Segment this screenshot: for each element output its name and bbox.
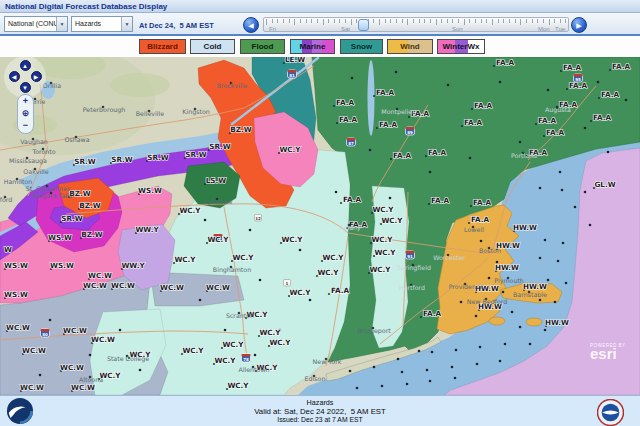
- slider-tick: [458, 19, 459, 23]
- hazard-label: WC.W: [111, 281, 135, 290]
- slider-tick: [475, 19, 476, 23]
- legend-button-wind[interactable]: Wind: [387, 39, 433, 54]
- map-dot: [39, 374, 42, 377]
- map-dot: [488, 277, 491, 280]
- city-label: Kingston: [182, 108, 209, 116]
- slider-tick: [351, 19, 352, 25]
- map-viewport[interactable]: 8187899591808178121FA.AFA.AFA.AFA.AFA.AF…: [0, 57, 640, 395]
- map-dot: [356, 387, 359, 390]
- hazard-label: WC.Y: [227, 381, 249, 390]
- hazard-label: WC.Y: [207, 235, 229, 244]
- city-label: Orillia: [43, 82, 62, 89]
- pan-down-button[interactable]: ▼: [20, 82, 31, 93]
- map-dot: [468, 222, 470, 224]
- map-dot: [461, 125, 463, 127]
- map-dot: [420, 316, 422, 318]
- nws-logo: [597, 399, 624, 426]
- hazard-label: WC.Y: [381, 216, 403, 225]
- city-label: Portland: [511, 152, 537, 159]
- pan-left-button[interactable]: ◀: [9, 71, 20, 82]
- hazard-label: WC.Y: [317, 268, 339, 277]
- map-dot: [529, 343, 532, 346]
- legend-button-winterwx[interactable]: WinterWx: [437, 39, 485, 54]
- globe-extent-icon[interactable]: ⊕: [18, 107, 33, 119]
- map-dot: [565, 282, 568, 285]
- dropdown-arrow-icon[interactable]: ▼: [121, 17, 132, 31]
- city-label: Syracuse: [204, 198, 233, 206]
- map-dot: [499, 81, 502, 84]
- city-label: Toronto: [31, 148, 55, 155]
- hazard-label: LS.W: [206, 176, 226, 185]
- status-footer: Hazards Valid at: Sat, Dec 24 2022, 5 AM…: [0, 395, 640, 426]
- hazard-label: WC.Y: [269, 338, 291, 347]
- time-step-back-button[interactable]: ◀: [243, 17, 259, 33]
- map-dot: [562, 242, 565, 245]
- slider-tick: [554, 19, 555, 23]
- hazard-label: WC.W: [206, 283, 230, 292]
- map-dot: [539, 257, 542, 260]
- city-label: Edison: [305, 375, 326, 382]
- city-label: Albany: [339, 224, 361, 232]
- pan-up-button[interactable]: ▲: [20, 60, 31, 71]
- map-dot: [426, 369, 429, 372]
- legend-button-flood[interactable]: Flood: [240, 39, 285, 54]
- time-slider[interactable]: FriSatSunMonTue: [263, 17, 569, 32]
- interstate-shield-icon: 89: [406, 127, 415, 135]
- hazard-label: FA.A: [471, 215, 490, 224]
- map-region-forest-patch: [110, 73, 170, 97]
- map-dot: [328, 293, 330, 295]
- legend-button-marine[interactable]: Marine: [290, 39, 335, 54]
- slider-day-sun: Sun: [452, 26, 463, 32]
- map-dot: [557, 260, 560, 263]
- hazard-label: WS.W: [48, 233, 72, 242]
- hazard-label: BZ.W: [230, 125, 251, 134]
- hazard-label: FA.A: [336, 98, 355, 107]
- area-select[interactable]: National (CONUS ▼: [4, 16, 68, 32]
- element-select[interactable]: Hazards ▼: [71, 16, 133, 32]
- hazard-label: WW.Y: [121, 261, 145, 270]
- map-dot: [224, 329, 227, 332]
- map-dot: [351, 77, 354, 80]
- map-dot: [584, 127, 587, 130]
- map-dot: [376, 127, 378, 129]
- zoom-out-button[interactable]: −: [18, 119, 33, 131]
- map-dot: [589, 224, 592, 227]
- map-dot: [584, 191, 587, 194]
- map-dot: [373, 366, 376, 369]
- legend-button-blizzard[interactable]: Blizzard: [139, 39, 186, 54]
- time-step-forward-button[interactable]: ▶: [571, 17, 587, 33]
- slider-tick: [549, 19, 550, 25]
- map-dot: [381, 385, 384, 388]
- map-dot: [199, 299, 202, 302]
- valid-time-label: At Dec 24, 5 AM EST: [139, 21, 214, 30]
- hazard-label: WC.W: [60, 363, 84, 372]
- page-title: National Digital Forecast Database Displ…: [5, 2, 167, 11]
- zoom-in-button[interactable]: +: [18, 95, 33, 107]
- slider-tick: [520, 19, 521, 25]
- dropdown-arrow-icon[interactable]: ▼: [56, 17, 67, 31]
- hazards-map[interactable]: 8187899591808178121FA.AFA.AFA.AFA.AFA.AF…: [0, 57, 640, 395]
- hazard-label: WW.Y: [135, 225, 159, 234]
- slider-tick: [464, 19, 465, 25]
- map-dot: [590, 120, 592, 122]
- slider-tick: [560, 19, 561, 23]
- hazard-label: WC.W: [71, 383, 95, 392]
- hazard-label: WC.Y: [222, 340, 244, 349]
- hazard-label: WC.W: [20, 383, 44, 392]
- hazard-label: WC.W: [22, 346, 46, 355]
- legend-button-snow[interactable]: Snow: [340, 39, 383, 54]
- footer-valid-time: Valid at: Sat, Dec 24 2022, 5 AM EST: [0, 407, 640, 416]
- map-dot: [299, 249, 302, 252]
- legend-button-cold[interactable]: Cold: [190, 39, 235, 54]
- time-slider-handle[interactable]: [358, 19, 369, 31]
- map-dot: [539, 299, 542, 302]
- map-dot: [539, 187, 542, 190]
- hazard-label: HW.W: [545, 318, 569, 327]
- hazard-label: WC.W: [91, 335, 115, 344]
- slider-tick: [373, 19, 374, 23]
- pan-right-button[interactable]: ▶: [31, 71, 42, 82]
- hazard-label: FA.A: [496, 58, 515, 67]
- slider-tick: [509, 19, 510, 23]
- slider-tick: [469, 19, 470, 23]
- map-dot: [249, 229, 252, 232]
